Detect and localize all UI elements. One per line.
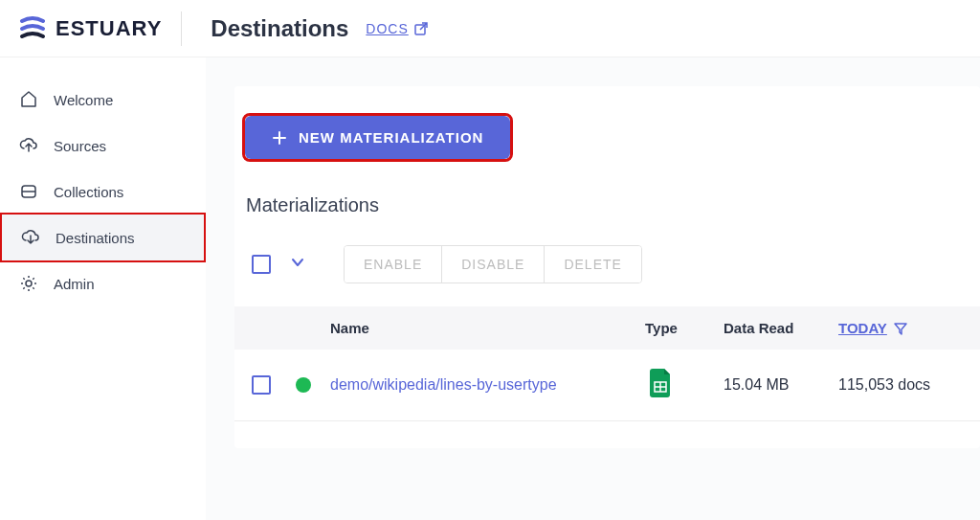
- row-name-cell: demo/wikipedia/lines-by-usertype: [330, 376, 599, 394]
- sidebar-item-label: Admin: [54, 276, 95, 292]
- page-title: Destinations: [211, 15, 348, 42]
- materialization-name-link[interactable]: demo/wikipedia/lines-by-usertype: [330, 376, 557, 393]
- col-header-data-read: Data Read: [724, 320, 838, 336]
- new-materialization-highlight: NEW MATERIALIZATION: [242, 113, 513, 162]
- app-header: ESTUARY Destinations DOCS: [0, 0, 980, 57]
- sidebar-item-admin[interactable]: Admin: [0, 260, 206, 306]
- cloud-upload-icon: [19, 136, 38, 155]
- header-divider: [181, 11, 182, 46]
- row-docs: 115,053 docs: [838, 376, 963, 394]
- today-label: TODAY: [838, 320, 887, 336]
- sidebar-item-label: Welcome: [54, 92, 113, 108]
- chevron-down-icon: [290, 255, 305, 270]
- docs-label: DOCS: [366, 21, 408, 36]
- main-container: Welcome Sources Collections Destinations…: [0, 57, 980, 520]
- section-heading: Materializations: [246, 194, 980, 216]
- sidebar-item-destinations[interactable]: Destinations: [0, 213, 206, 262]
- row-type-cell: [599, 369, 724, 401]
- row-checkbox[interactable]: [252, 375, 271, 395]
- col-header-type: Type: [599, 320, 724, 336]
- disable-button[interactable]: DISABLE: [442, 246, 545, 283]
- plus-icon: [272, 130, 287, 146]
- svg-point-3: [26, 281, 32, 286]
- sidebar-item-sources[interactable]: Sources: [0, 123, 206, 169]
- new-materialization-button[interactable]: NEW MATERIALIZATION: [245, 116, 510, 159]
- brand-text: ESTUARY: [56, 16, 162, 41]
- sidebar-item-collections[interactable]: Collections: [0, 169, 206, 215]
- external-link-icon: [414, 22, 428, 35]
- filter-icon: [893, 321, 908, 336]
- sidebar-item-welcome[interactable]: Welcome: [0, 77, 206, 123]
- enable-button[interactable]: ENABLE: [345, 246, 442, 283]
- sidebar-item-label: Sources: [54, 138, 106, 154]
- today-filter[interactable]: TODAY: [838, 320, 908, 336]
- row-check: [252, 375, 296, 395]
- materializations-panel: NEW MATERIALIZATION Materializations ENA…: [234, 86, 980, 448]
- sidebar: Welcome Sources Collections Destinations…: [0, 57, 206, 520]
- sidebar-item-label: Destinations: [56, 230, 135, 246]
- col-header-name: Name: [330, 320, 599, 336]
- gear-icon: [19, 274, 38, 293]
- docs-link[interactable]: DOCS: [366, 21, 427, 36]
- main-area: NEW MATERIALIZATION Materializations ENA…: [206, 57, 980, 520]
- new-btn-label: NEW MATERIALIZATION: [299, 129, 483, 146]
- brand-logo: ESTUARY: [19, 15, 162, 42]
- table-row: demo/wikipedia/lines-by-usertype: [234, 350, 980, 421]
- estuary-logon-icon: [19, 15, 46, 42]
- row-status: [296, 377, 330, 393]
- home-icon: [19, 90, 38, 109]
- table-toolbar: ENABLE DISABLE DELETE: [252, 245, 980, 283]
- sidebar-item-label: Collections: [54, 184, 123, 200]
- status-dot-active: [296, 377, 311, 393]
- col-header-today: TODAY: [838, 320, 963, 336]
- table-header: Name Type Data Read TODAY: [234, 306, 980, 350]
- database-icon: [19, 182, 38, 201]
- bulk-actions: ENABLE DISABLE DELETE: [344, 245, 642, 283]
- materializations-table: Name Type Data Read TODAY: [234, 306, 980, 421]
- select-all-checkbox[interactable]: [252, 255, 271, 274]
- row-data-read: 15.04 MB: [724, 376, 838, 394]
- toolbar-chevron[interactable]: [290, 255, 305, 274]
- cloud-download-icon: [21, 228, 40, 247]
- delete-button[interactable]: DELETE: [545, 246, 640, 283]
- google-sheets-icon: [599, 369, 724, 397]
